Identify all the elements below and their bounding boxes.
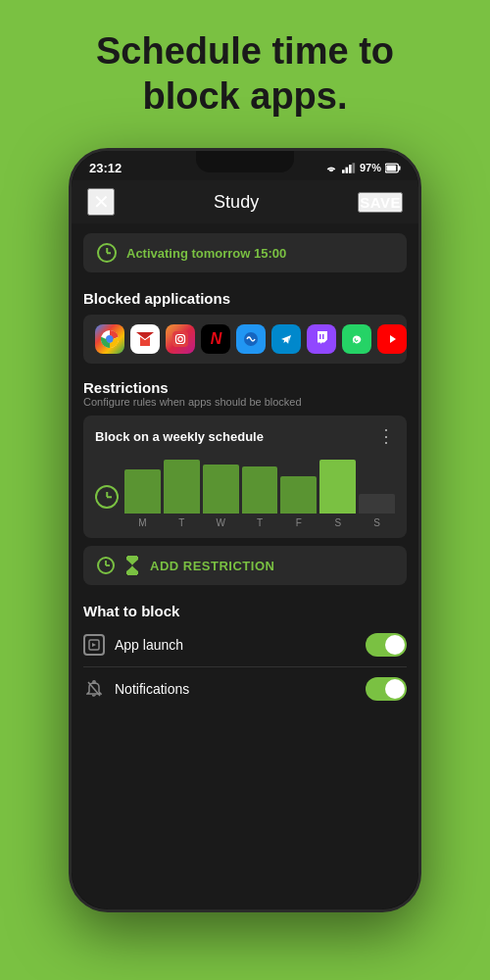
chart-label-w2: W — [203, 517, 239, 528]
app-icon-netflix[interactable]: N — [201, 324, 230, 354]
weekly-schedule-title: Block on a weekly schedule — [95, 429, 264, 444]
svg-point-9 — [108, 337, 113, 342]
app-icon-telegram[interactable] — [271, 324, 301, 354]
apps-more-button[interactable]: ⋮ — [413, 328, 418, 350]
status-time: 23:12 — [89, 161, 122, 175]
restrictions-more-button[interactable]: ⋮ — [377, 425, 395, 447]
weekly-chart: MTWTFSS — [95, 455, 395, 528]
chart-bar-group-m0 — [124, 469, 161, 514]
chart-clock-icon — [95, 485, 119, 509]
svg-rect-5 — [399, 166, 401, 170]
what-to-block-title: What to block — [83, 603, 407, 619]
wifi-icon — [324, 163, 338, 173]
screen-title: Study — [214, 192, 259, 213]
app-launch-label: App launch — [115, 637, 356, 653]
add-restriction-hourglass-icon — [124, 556, 140, 575]
svg-rect-3 — [352, 163, 355, 173]
activation-text: Activating tomorrow 15:00 — [126, 246, 286, 261]
apps-list[interactable]: N — [83, 315, 407, 364]
svg-point-27 — [93, 681, 95, 683]
svg-point-13 — [183, 335, 184, 336]
what-to-block-header: What to block — [72, 595, 418, 623]
chart-bar-group-f4 — [280, 476, 317, 514]
svg-rect-0 — [342, 170, 345, 173]
app-icon-gmail[interactable] — [130, 324, 160, 354]
battery-icon — [385, 163, 401, 173]
notifications-toggle[interactable] — [366, 677, 407, 701]
page-background: Schedule time to block apps. 23:12 — [0, 0, 490, 980]
add-restriction-label: ADD RESTRICTION — [150, 559, 274, 573]
save-button[interactable]: SAVE — [358, 192, 403, 213]
svg-rect-2 — [349, 165, 352, 173]
app-icon-relay[interactable] — [236, 324, 266, 354]
chart-bars-wrapper: MTWTFSS — [124, 455, 395, 528]
app-icon-whatsapp[interactable] — [342, 324, 371, 354]
phone-frame: 23:12 — [69, 148, 421, 912]
restrictions-section-header: Restrictions Configure rules when apps s… — [72, 371, 418, 412]
notifications-label: Notifications — [115, 681, 356, 697]
chart-bars — [124, 455, 395, 514]
restrictions-box: Block on a weekly schedule ⋮ MTWTFSS — [83, 416, 407, 538]
chart-label-f4: F — [280, 517, 317, 528]
svg-rect-6 — [386, 165, 396, 171]
activation-clock-icon — [97, 243, 117, 263]
chart-bar-group-s5 — [319, 460, 356, 514]
chart-label-s5: S — [319, 517, 356, 528]
page-title: Schedule time to block apps. — [0, 0, 490, 138]
phone-screen: 23:12 — [72, 151, 418, 909]
app-launch-item: App launch — [72, 623, 418, 666]
app-icon-instagram[interactable] — [166, 324, 195, 354]
restrictions-subtitle: Configure rules when apps should be bloc… — [83, 396, 407, 408]
app-launch-icon — [83, 634, 105, 656]
signal-icon — [342, 163, 356, 173]
blocked-apps-header: Blocked applications — [72, 282, 418, 311]
chart-bar-group-w2 — [203, 465, 239, 514]
close-button[interactable]: ✕ — [87, 188, 115, 216]
notifications-icon — [83, 678, 105, 700]
app-icon-twitch[interactable] — [307, 324, 336, 354]
chart-label-s6: S — [359, 517, 395, 528]
top-bar: ✕ Study SAVE — [72, 180, 418, 223]
chart-bar-group-t3 — [242, 466, 278, 514]
phone-notch — [196, 151, 294, 172]
chart-label-m0: M — [124, 517, 161, 528]
svg-rect-1 — [345, 167, 348, 172]
notifications-item: Notifications — [72, 667, 418, 710]
chart-label-t3: T — [242, 517, 278, 528]
add-restriction-clock-icon — [97, 557, 115, 574]
chart-bar-group-t1 — [164, 460, 200, 514]
battery-text: 97% — [360, 162, 381, 173]
blocked-apps-title: Blocked applications — [83, 290, 407, 307]
svg-rect-10 — [172, 331, 188, 347]
app-icon-youtube[interactable] — [377, 324, 407, 354]
chart-day-labels: MTWTFSS — [124, 517, 395, 528]
activation-banner: Activating tomorrow 15:00 — [83, 233, 407, 272]
svg-rect-16 — [319, 334, 321, 339]
chart-label-t1: T — [164, 517, 200, 528]
add-restriction-row[interactable]: ADD RESTRICTION — [83, 546, 407, 585]
chart-bar-group-s6 — [359, 494, 395, 514]
svg-rect-17 — [322, 334, 324, 339]
restrictions-title: Restrictions — [83, 379, 407, 396]
app-icon-chrome[interactable] — [95, 324, 124, 354]
status-icons: 97% — [324, 162, 401, 173]
app-launch-toggle[interactable] — [366, 633, 407, 657]
